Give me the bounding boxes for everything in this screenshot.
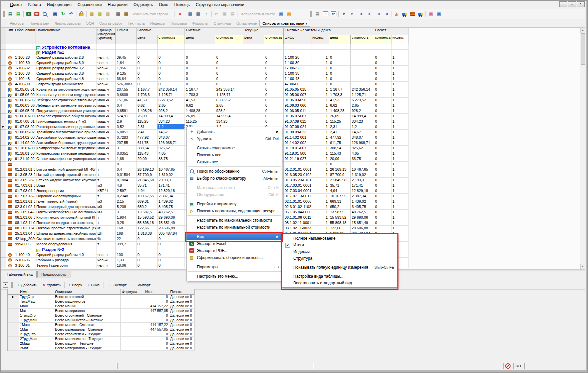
- cell[interactable]: 1: [311, 76, 329, 82]
- cell[interactable]: [14, 50, 35, 55]
- cell[interactable]: [264, 50, 284, 55]
- cell[interactable]: Средний разряд работы 3,0: [35, 60, 96, 66]
- cell[interactable]: 0: [329, 76, 351, 82]
- cell[interactable]: 0: [136, 60, 158, 66]
- cell[interactable]: т: [96, 167, 116, 172]
- cell[interactable]: 2,41: [136, 130, 158, 135]
- selected-cell[interactable]: 1,2: [158, 124, 185, 130]
- cell[interactable]: 01.2.01.01-0001: [284, 167, 311, 172]
- cell[interactable]: 1 125,71: [351, 92, 374, 98]
- row-type-cell[interactable]: [6, 87, 14, 92]
- cell[interactable]: 1: [391, 76, 408, 82]
- cell[interactable]: Компрессоры винтовые передвижн: [35, 151, 96, 156]
- cell[interactable]: Стекло жидкое натриевое каустиче: [35, 178, 96, 183]
- cell[interactable]: 91.05.05-015: [284, 87, 311, 92]
- cell[interactable]: 1: [311, 66, 329, 71]
- cell[interactable]: 6,62: [185, 103, 215, 108]
- cell[interactable]: 3 405,75: [158, 204, 185, 210]
- cell[interactable]: 35,71: [329, 183, 351, 188]
- copy-icon[interactable]: ▣: [221, 10, 228, 18]
- excel-export-icon[interactable]: X: [25, 10, 32, 18]
- cell[interactable]: Плиты железобетонные ленточных: [35, 210, 96, 215]
- cell[interactable]: 15 593,52: [329, 215, 351, 220]
- cell[interactable]: 0: [264, 87, 284, 92]
- tree-list-icon[interactable]: ▤: [7, 10, 14, 18]
- cell[interactable]: 0: [158, 60, 185, 66]
- cell[interactable]: Трамбовки пневматические при ра: [35, 130, 96, 135]
- machines-icon[interactable]: [401, 10, 408, 18]
- cell[interactable]: 1-100-38: [14, 71, 35, 76]
- cell[interactable]: 0: [264, 119, 284, 124]
- cell[interactable]: Лебедки электрические тяговым ус: [35, 98, 96, 103]
- cell[interactable]: т: [96, 178, 116, 183]
- cell[interactable]: 0: [374, 103, 391, 108]
- cell[interactable]: 0: [264, 55, 284, 60]
- row-type-cell[interactable]: [6, 231, 14, 236]
- cell[interactable]: [243, 82, 264, 87]
- cell[interactable]: 925,62: [158, 146, 185, 151]
- cell[interactable]: 0: [374, 172, 391, 178]
- cell[interactable]: [121, 346, 144, 351]
- cell[interactable]: 25.1.01.04-0031: [14, 231, 35, 236]
- cell[interactable]: 0: [329, 71, 351, 76]
- row-type-cell[interactable]: [6, 156, 14, 162]
- cell[interactable]: 1,956: [116, 66, 136, 71]
- cell[interactable]: 2 193,3: [158, 178, 185, 183]
- cell[interactable]: 1: [311, 146, 329, 151]
- view-structure[interactable]: Структура: [282, 255, 397, 262]
- row-header[interactable]: [1, 242, 6, 247]
- cell[interactable]: [121, 327, 144, 332]
- row-type-cell[interactable]: [6, 252, 14, 258]
- cell[interactable]: м3: [96, 204, 116, 210]
- cell[interactable]: 0: [158, 252, 185, 258]
- cell[interactable]: 207,55: [116, 140, 136, 146]
- menu-goto-norm[interactable]: ▤Перейти к нормативу: [187, 200, 282, 207]
- cell[interactable]: 0: [158, 55, 185, 60]
- cell[interactable]: 0: [264, 98, 284, 103]
- cell[interactable]: чел.-ч.: [96, 76, 116, 82]
- cell[interactable]: [96, 50, 116, 55]
- cell[interactable]: [351, 71, 374, 76]
- cell[interactable]: 1: [311, 114, 329, 119]
- indent-all-icon[interactable]: ⇥: [382, 10, 390, 18]
- cell[interactable]: [243, 76, 264, 82]
- cell[interactable]: Всего материалов: [54, 309, 121, 313]
- cell[interactable]: 08.1.02.11-0001: [14, 220, 35, 226]
- row-type-cell[interactable]: [6, 172, 14, 178]
- lock-icon[interactable]: [78, 10, 85, 18]
- cell[interactable]: Глиномешалки, емкость 4 м3: [35, 119, 96, 124]
- cell[interactable]: 0: [374, 71, 391, 76]
- cell[interactable]: 0: [215, 55, 243, 60]
- cell[interactable]: 87 700,9: [136, 172, 158, 178]
- cell[interactable]: 15 651,49: [351, 220, 374, 226]
- cell[interactable]: [14, 247, 35, 252]
- cell[interactable]: 0: [185, 82, 215, 87]
- row-type-cell[interactable]: [6, 204, 14, 210]
- row-type-cell[interactable]: [6, 124, 14, 130]
- cell[interactable]: 2,15: [116, 199, 136, 204]
- cell[interactable]: 26 169,13: [329, 167, 351, 172]
- cell[interactable]: 20 606,88: [158, 226, 185, 231]
- cell[interactable]: 0: [185, 55, 215, 60]
- cell[interactable]: 1: [311, 135, 329, 140]
- row-header[interactable]: [8, 341, 19, 346]
- cell[interactable]: 91.06.05-011: [284, 108, 311, 114]
- cell[interactable]: 13 587,5: [329, 210, 351, 215]
- row-header[interactable]: [1, 167, 6, 172]
- cell[interactable]: 1 703,3: [185, 92, 215, 98]
- cell[interactable]: 1: [391, 114, 408, 119]
- cell[interactable]: [351, 66, 374, 71]
- cell[interactable]: [96, 44, 116, 50]
- cell[interactable]: 1 818,38: [136, 231, 158, 236]
- menu-item-4[interactable]: Справочники: [74, 2, 105, 8]
- cell[interactable]: 0: [329, 60, 351, 66]
- cell[interactable]: 0: [374, 146, 391, 151]
- price-book-icon[interactable]: ▤: [314, 10, 321, 18]
- cell[interactable]: 999-0005: [14, 242, 35, 247]
- cell[interactable]: Да, если не 0: [169, 299, 195, 304]
- menu-item-1[interactable]: Смета: [7, 2, 25, 8]
- resource-note-icon[interactable]: ▥: [104, 10, 111, 18]
- cell[interactable]: 103: [116, 252, 136, 258]
- resource-card-icon[interactable]: ▥: [88, 10, 95, 18]
- row-header[interactable]: [1, 50, 6, 55]
